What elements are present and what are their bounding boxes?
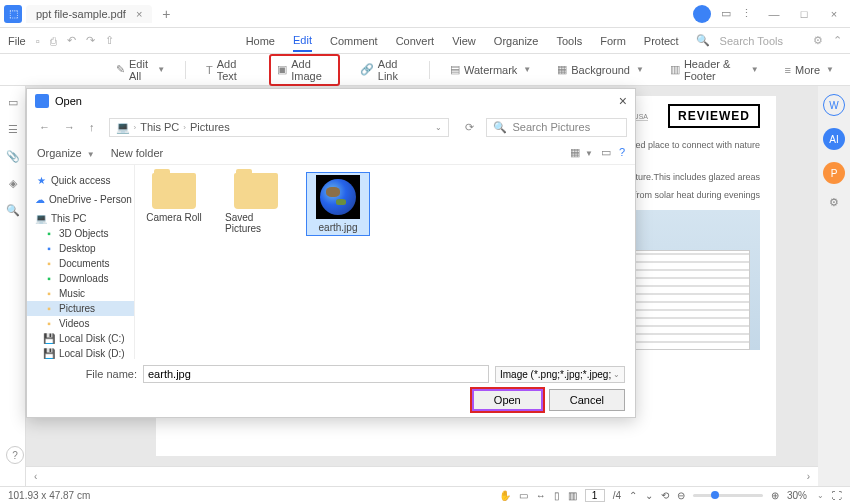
search-input[interactable]: 🔍 Search Pictures [486,118,628,137]
add-image-button[interactable]: ▣ Add Image [269,54,340,86]
redo-icon[interactable]: ↷ [86,34,95,47]
file-filter-dropdown[interactable]: Image (*.png;*.jpg;*.jpeg;*.jpe;* ⌄ [495,366,625,383]
tree-3d-objects[interactable]: ▪3D Objects [27,226,134,241]
cancel-button[interactable]: Cancel [549,389,625,411]
user-avatar[interactable] [693,5,711,23]
search-placeholder: Search Pictures [513,121,591,133]
tab-view[interactable]: View [452,31,476,51]
background-button[interactable]: ▦ Background ▼ [551,61,650,78]
scroll-right-icon[interactable]: › [807,471,810,482]
rotate-icon[interactable]: ⟲ [661,490,669,501]
tree-this-pc[interactable]: 💻This PC [27,211,134,226]
filename-input[interactable] [143,365,489,383]
add-text-button[interactable]: T Add Text [200,56,255,84]
fit-width-icon[interactable]: ↔ [536,490,546,501]
search-panel-icon[interactable]: 🔍 [6,204,20,217]
attachments-icon[interactable]: 📎 [6,150,20,163]
breadcrumb-item[interactable]: Pictures [190,121,230,133]
open-button[interactable]: Open [472,389,543,411]
page-input[interactable] [585,489,605,502]
tab-protect[interactable]: Protect [644,31,679,51]
share-icon[interactable]: ⇧ [105,34,114,47]
zoom-level[interactable]: 30% [787,490,807,501]
zoom-out-icon[interactable]: ⊖ [677,490,685,501]
dimensions-label: 101.93 x 47.87 cm [8,490,90,501]
tree-local-disk-d[interactable]: 💾Local Disk (D:) [27,346,134,359]
header-footer-button[interactable]: ▥ Header & Footer ▼ [664,56,765,84]
fullscreen-icon[interactable]: ⛶ [832,490,842,501]
tree-videos[interactable]: ▪Videos [27,316,134,331]
save-icon[interactable]: ▫ [36,35,40,47]
ai-icon[interactable]: AI [823,128,845,150]
help-icon[interactable]: ? [619,146,625,159]
tab-comment[interactable]: Comment [330,31,378,51]
sidebar-settings-icon[interactable]: ⚙ [829,196,839,209]
tree-downloads[interactable]: ▪Downloads [27,271,134,286]
prev-page-icon[interactable]: ⌃ [629,490,637,501]
tab-home[interactable]: Home [246,31,275,51]
tab-tools[interactable]: Tools [556,31,582,51]
close-window-button[interactable]: × [822,4,846,24]
forward-button[interactable]: → [60,119,79,135]
new-tab-button[interactable]: + [156,6,176,22]
file-earth-jpg[interactable]: earth.jpg [307,173,369,235]
breadcrumb-dropdown-icon[interactable]: ⌄ [435,123,442,132]
minimize-button[interactable]: — [762,4,786,24]
print-icon[interactable]: ⎙ [50,35,57,47]
tree-pictures[interactable]: ▪Pictures [27,301,134,316]
select-tool-icon[interactable]: ▭ [519,490,528,501]
ppt-icon[interactable]: P [823,162,845,184]
close-tab-icon[interactable]: × [136,8,142,20]
settings-icon[interactable]: ⚙ [813,34,823,47]
kebab-icon[interactable]: ⋮ [741,7,752,20]
tree-documents[interactable]: ▪Documents [27,256,134,271]
more-button[interactable]: ≡ More ▼ [779,62,840,78]
preview-pane-button[interactable]: ▭ [601,146,611,159]
tree-desktop[interactable]: ▪Desktop [27,241,134,256]
hand-tool-icon[interactable]: ✋ [499,490,511,501]
continuous-icon[interactable]: ▥ [568,490,577,501]
watermark-button[interactable]: ▤ Watermark ▼ [444,61,537,78]
refresh-button[interactable]: ⟳ [459,119,480,136]
file-list[interactable]: Camera Roll Saved Pictures earth.jpg [135,165,635,359]
organize-button[interactable]: Organize ▼ [37,147,95,159]
next-page-icon[interactable]: ⌄ [645,490,653,501]
tab-convert[interactable]: Convert [396,31,435,51]
tree-music[interactable]: ▪Music [27,286,134,301]
tree-quick-access[interactable]: ★Quick access [27,173,134,188]
search-tools-label[interactable]: Search Tools [720,35,783,47]
back-button[interactable]: ← [35,119,54,135]
edit-all-button[interactable]: ✎ Edit All ▼ [110,56,171,84]
scroll-left-icon[interactable]: ‹ [34,471,37,482]
document-tab[interactable]: ppt file-sample.pdf × [26,5,152,23]
single-page-icon[interactable]: ▯ [554,490,560,501]
tree-onedrive[interactable]: ☁OneDrive - Person [27,192,134,207]
add-link-button[interactable]: 🔗 Add Link [354,56,415,84]
folder-saved-pictures[interactable]: Saved Pictures [225,173,287,234]
zoom-in-icon[interactable]: ⊕ [771,490,779,501]
help-button[interactable]: ? [6,446,24,464]
panel-icon[interactable]: ▭ [721,7,731,20]
file-menu[interactable]: File [8,35,26,47]
maximize-button[interactable]: □ [792,4,816,24]
dialog-footer: File name: Image (*.png;*.jpg;*.jpeg;*.j… [27,359,635,417]
tree-local-disk-c[interactable]: 💾Local Disk (C:) [27,331,134,346]
dialog-close-button[interactable]: × [619,93,627,109]
up-button[interactable]: ↑ [85,119,99,135]
view-mode-button[interactable]: ▦ ▼ [570,146,593,159]
tab-form[interactable]: Form [600,31,626,51]
bookmarks-icon[interactable]: ☰ [8,123,18,136]
folder-camera-roll[interactable]: Camera Roll [143,173,205,223]
layers-icon[interactable]: ◈ [9,177,17,190]
undo-icon[interactable]: ↶ [67,34,76,47]
word-export-icon[interactable]: W [823,94,845,116]
breadcrumb-item[interactable]: This PC [140,121,179,133]
new-folder-button[interactable]: New folder [111,147,164,159]
zoom-slider[interactable] [693,494,763,497]
breadcrumb[interactable]: 💻 › This PC › Pictures ⌄ [109,118,449,137]
search-icon: 🔍 [696,34,710,47]
thumbnails-icon[interactable]: ▭ [8,96,18,109]
tab-organize[interactable]: Organize [494,31,539,51]
tab-edit[interactable]: Edit [293,30,312,52]
collapse-icon[interactable]: ⌃ [833,34,842,47]
